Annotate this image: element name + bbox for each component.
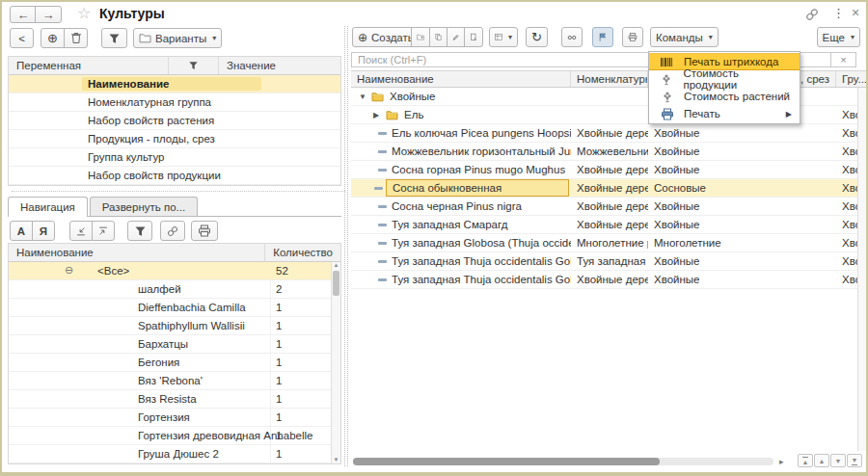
history-forward-button[interactable]: → xyxy=(35,6,62,23)
tree-row[interactable]: Сосна черная Pinus nigraХвойные дерев...… xyxy=(351,198,866,216)
go-up-button[interactable]: ▲ xyxy=(814,454,829,467)
nav-row[interactable]: Гортензия древовидная Annabelle1 xyxy=(9,427,340,445)
barcode-icon xyxy=(659,57,675,67)
go-last-button[interactable]: ▼ xyxy=(847,454,862,467)
variables-table: Переменная Значение НаименованиеНоменкла… xyxy=(8,56,341,186)
print-button[interactable] xyxy=(191,221,218,241)
go-down-button[interactable]: ▼ xyxy=(830,454,846,467)
active-cell[interactable]: Сосна обыкновенная xyxy=(386,179,569,197)
tree-row[interactable]: Сосна горная Pinus mugo MughusХвойные де… xyxy=(351,161,866,179)
nav-row-count: 1 xyxy=(276,430,282,441)
scroll-right-icon[interactable]: ▸ xyxy=(779,457,784,466)
collapse-panel-button[interactable]: < xyxy=(10,28,34,48)
tree-row[interactable]: Туя западная СмарагдХвойные дерев...Хвой… xyxy=(351,216,866,234)
tree-cell-nomenclature: Многолетние ра... xyxy=(571,234,648,251)
menu-item[interactable]: Стоимость продукции xyxy=(649,70,800,88)
nav-row[interactable]: Бегония1 xyxy=(9,354,340,372)
more-label: Еще xyxy=(823,32,845,43)
nav-row[interactable]: ⊖<Все>52 xyxy=(9,262,340,280)
nav-row[interactable]: Гортензия1 xyxy=(9,409,340,427)
column-name[interactable]: Наименование xyxy=(9,244,265,261)
variables-row[interactable]: Группа культур xyxy=(9,148,340,167)
filter-button[interactable] xyxy=(101,28,127,48)
tree-row[interactable]: Туя западная Thuja occidentalis Golden G… xyxy=(351,271,866,289)
commands-button[interactable]: Команды ▾ xyxy=(650,27,719,47)
collapsed-node-icon[interactable]: ▶ xyxy=(373,111,379,119)
column-group[interactable]: Гру... xyxy=(836,71,866,87)
collapse-all-button[interactable] xyxy=(69,221,93,241)
horizontal-scrollbar[interactable] xyxy=(353,458,773,465)
variable-label: Номенклатурная группа xyxy=(82,95,217,109)
column-variable[interactable]: Переменная xyxy=(9,57,169,74)
tab-expand-by[interactable]: Развернуть по... xyxy=(90,197,198,217)
get-link-icon[interactable] xyxy=(805,8,819,21)
tree-row[interactable]: Сосна обыкновеннаяХвойные дерев...Соснов… xyxy=(351,179,866,198)
filter-button[interactable] xyxy=(127,221,152,241)
menu-item[interactable]: Печать▶ xyxy=(649,105,800,122)
clear-search-button[interactable]: × xyxy=(830,53,855,66)
sort-asc-button[interactable]: А xyxy=(10,221,33,241)
vertical-scrollbar[interactable] xyxy=(857,88,866,451)
view-mode-button[interactable]: ▾ xyxy=(489,27,518,47)
nav-row[interactable]: Вяз Resista1 xyxy=(9,390,340,409)
variables-row[interactable]: Номенклатурная группа xyxy=(9,93,340,112)
collapse-node-icon[interactable]: ⊖ xyxy=(65,264,73,277)
nav-row[interactable]: Spathiphyllum Wallisii1 xyxy=(9,317,340,335)
variables-row[interactable]: Продукция - плоды, срез xyxy=(9,130,340,148)
sort-desc-button[interactable]: Я xyxy=(32,221,55,241)
scrollbar-thumb[interactable] xyxy=(353,458,660,465)
expanded-node-icon[interactable]: ▼ xyxy=(359,93,366,101)
variables-row[interactable]: Набор свойств продукции xyxy=(9,167,340,185)
chevron-down-icon: ▾ xyxy=(851,33,854,41)
scroll-down-icon[interactable]: ▼ xyxy=(332,457,340,463)
add-button[interactable]: ⊕ xyxy=(41,28,65,48)
more-menu-icon[interactable]: ⋮ xyxy=(832,6,845,20)
create-group-button[interactable] xyxy=(411,27,430,47)
nav-row-count: 1 xyxy=(276,393,282,405)
go-first-button[interactable]: ▲ xyxy=(798,454,813,467)
scrollbar-thumb[interactable] xyxy=(333,271,339,296)
nav-row-name: Гортензия xyxy=(138,411,190,423)
column-name[interactable]: Наименование xyxy=(351,71,571,87)
column-value[interactable]: Значение xyxy=(219,57,340,74)
close-icon[interactable]: × xyxy=(852,5,859,20)
create-button[interactable]: ⊕ Создать xyxy=(352,27,420,47)
nav-row[interactable]: Бархатцы1 xyxy=(9,335,340,354)
tree-cell-production xyxy=(730,252,836,270)
tree-cell-nomenclature: Хвойные дерев... xyxy=(571,161,648,178)
nav-row[interactable]: шалфей2 xyxy=(9,280,340,299)
favorite-star-icon[interactable]: ☆ xyxy=(77,4,91,22)
horizontal-splitter[interactable] xyxy=(12,191,345,192)
print-button[interactable] xyxy=(622,27,643,47)
refresh-button[interactable]: ↻ xyxy=(526,27,548,47)
column-count[interactable]: Количество xyxy=(265,244,340,261)
tree-row[interactable]: Туя западная Thuja occidentalis Golden B… xyxy=(351,252,866,271)
nav-row[interactable]: Dieffenbachia Camilla1 xyxy=(9,299,340,317)
item-marker-icon xyxy=(378,150,387,153)
history-back-button[interactable]: ← xyxy=(10,6,37,23)
nav-row[interactable]: Вяз 'Rebona'1 xyxy=(9,372,340,390)
tab-navigation[interactable]: Навигация xyxy=(8,197,88,217)
vertical-scrollbar[interactable]: ▲ ▼ xyxy=(331,262,340,463)
variants-button[interactable]: Варианты ▾ xyxy=(133,28,222,48)
tree-row[interactable]: Можжевельник горизонтальный Juniperus ho… xyxy=(351,143,866,161)
variables-row[interactable]: Наименование xyxy=(9,75,340,93)
expand-all-button[interactable] xyxy=(92,221,115,241)
column-filter[interactable] xyxy=(169,57,219,74)
variables-row[interactable]: Набор свойств растения xyxy=(9,112,340,130)
menu-item[interactable]: Стоимость растений xyxy=(649,88,800,105)
tree-row[interactable]: Туя западная Globosa (Thuja occidentalis… xyxy=(351,234,866,252)
get-link-button[interactable] xyxy=(160,221,185,241)
more-button[interactable]: Еще ▾ xyxy=(817,27,860,47)
mark-deletion-button[interactable] xyxy=(464,27,483,47)
edit-button[interactable] xyxy=(447,27,465,47)
panel-splitter[interactable] xyxy=(344,26,345,466)
delete-button[interactable] xyxy=(64,28,88,48)
copy-button[interactable] xyxy=(429,27,448,47)
nav-row[interactable]: Груша Дюшес 21 xyxy=(9,445,340,463)
column-nomenclature[interactable]: Номенклатурна... xyxy=(571,71,648,87)
set-interval-button[interactable] xyxy=(561,27,583,47)
scroll-up-icon[interactable]: ▲ xyxy=(332,262,340,268)
flag-button[interactable] xyxy=(592,27,613,47)
tree-row[interactable]: Ель колючая Picea pungens HoopsiiХвойные… xyxy=(351,124,866,143)
